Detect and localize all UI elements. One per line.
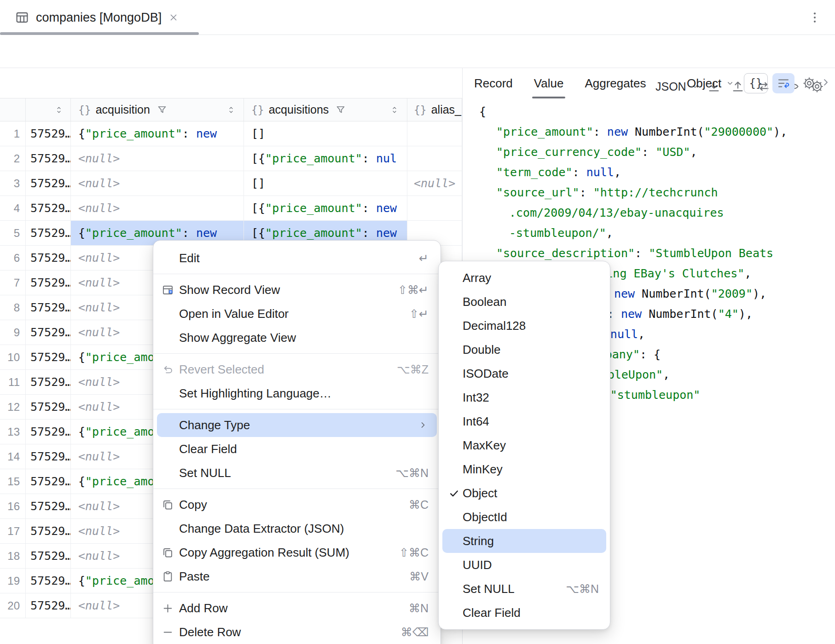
type-menu-item-array[interactable]: Array bbox=[442, 266, 606, 290]
soft-wrap-button[interactable] bbox=[772, 73, 794, 93]
cell-acquisition[interactable]: <null> bbox=[71, 146, 244, 171]
row-number[interactable]: 11 bbox=[0, 370, 26, 394]
menu-item-open-in-value-editor[interactable]: Open in Value Editor⇧↵ bbox=[157, 302, 437, 326]
menu-item-show-record-view[interactable]: Show Record View⇧⌘↵ bbox=[157, 278, 437, 302]
cell-id[interactable]: 57529… bbox=[26, 544, 71, 568]
column-filter-icon[interactable] bbox=[157, 104, 168, 115]
menu-item-change-type[interactable]: Change Type bbox=[157, 413, 437, 437]
cell-id[interactable]: 57529… bbox=[26, 444, 71, 469]
sort-arrows-icon[interactable] bbox=[54, 105, 64, 115]
cell-id[interactable]: 57529… bbox=[26, 146, 71, 171]
row-number[interactable]: 1 bbox=[0, 121, 26, 146]
cell-id[interactable]: 57529… bbox=[26, 171, 71, 196]
row-number[interactable]: 17 bbox=[0, 519, 26, 543]
row-number[interactable]: 4 bbox=[0, 196, 26, 220]
menu-item-set-highlighting-language[interactable]: Set Highlighting Language… bbox=[157, 381, 437, 405]
cell-acquisitions[interactable]: [] bbox=[244, 171, 407, 196]
sort-arrows-icon[interactable] bbox=[226, 105, 236, 115]
column-header-alias_list[interactable]: {}alias_list bbox=[407, 98, 462, 121]
row-number[interactable]: 15 bbox=[0, 469, 26, 494]
row-number[interactable]: 2 bbox=[0, 146, 26, 171]
type-menu-item-set-null[interactable]: Set NULL⌥⌘N bbox=[442, 577, 606, 601]
cell-id[interactable]: 57529… bbox=[26, 270, 71, 295]
cell-id[interactable]: 57529… bbox=[26, 395, 71, 419]
braces-format-button[interactable]: {} bbox=[744, 73, 768, 93]
menu-item-clear-field[interactable]: Clear Field bbox=[157, 437, 437, 461]
value-panel-settings-button[interactable] bbox=[799, 73, 819, 93]
cell-acquisition[interactable]: <null> bbox=[71, 171, 244, 196]
view-mode-selector[interactable]: Object bbox=[687, 68, 735, 98]
row-number[interactable]: 18 bbox=[0, 544, 26, 568]
type-menu-item-double[interactable]: Double bbox=[442, 338, 606, 362]
menu-item-copy-aggregation-result-sum[interactable]: Copy Aggregation Result (SUM)⇧⌘C bbox=[157, 540, 437, 564]
cell-id[interactable]: 57529… bbox=[26, 345, 71, 369]
row-number[interactable]: 10 bbox=[0, 345, 26, 369]
cell-id[interactable]: 57529… bbox=[26, 121, 71, 146]
type-menu-item-maxkey[interactable]: MaxKey bbox=[442, 433, 606, 457]
cell-acquisitions[interactable]: [{"price_amount": nul bbox=[244, 146, 407, 171]
panel-expand-icon[interactable] bbox=[819, 76, 832, 89]
menu-item-change-data-extractor-json[interactable]: Change Data Extractor (JSON) bbox=[157, 517, 437, 540]
type-menu-item-uuid[interactable]: UUID bbox=[442, 553, 606, 577]
type-menu-item-object[interactable]: Object bbox=[442, 481, 606, 505]
cell-id[interactable]: 57529… bbox=[26, 469, 71, 494]
type-menu-item-minkey[interactable]: MinKey bbox=[442, 457, 606, 481]
row-number[interactable]: 6 bbox=[0, 246, 26, 270]
type-menu-item-decimal128[interactable]: Decimal128 bbox=[442, 314, 606, 338]
tab-aggregates[interactable]: Aggregates bbox=[585, 68, 646, 98]
row-number[interactable]: 8 bbox=[0, 295, 26, 320]
tab-value[interactable]: Value bbox=[534, 68, 564, 98]
row-number[interactable]: 7 bbox=[0, 270, 26, 295]
type-menu-item-boolean[interactable]: Boolean bbox=[442, 290, 606, 314]
more-options-button[interactable] bbox=[805, 7, 825, 28]
cell-alias-list[interactable] bbox=[407, 196, 462, 220]
cell-id[interactable]: 57529… bbox=[26, 320, 71, 345]
cell-id[interactable]: 57529… bbox=[26, 246, 71, 270]
row-number[interactable]: 16 bbox=[0, 494, 26, 518]
cell-id[interactable]: 57529… bbox=[26, 569, 71, 593]
row-number[interactable]: 20 bbox=[0, 593, 26, 618]
menu-item-revert-selected[interactable]: Revert Selected⌥⌘Z bbox=[157, 357, 437, 381]
cell-alias-list[interactable] bbox=[407, 146, 462, 171]
column-filter-icon[interactable] bbox=[335, 104, 346, 115]
row-number[interactable]: 19 bbox=[0, 569, 26, 593]
cell-id[interactable]: 57529… bbox=[26, 494, 71, 518]
cell-acquisitions[interactable]: [{"price_amount": new bbox=[244, 196, 407, 220]
row-number[interactable]: 3 bbox=[0, 171, 26, 196]
cell-id[interactable]: 57529… bbox=[26, 196, 71, 220]
menu-item-edit[interactable]: Edit↵ bbox=[157, 246, 437, 270]
menu-item-copy[interactable]: Copy⌘C bbox=[157, 493, 437, 517]
row-number[interactable]: 14 bbox=[0, 444, 26, 469]
cell-alias-list[interactable] bbox=[407, 121, 462, 146]
sort-arrows-icon[interactable] bbox=[389, 105, 400, 115]
cell-id[interactable]: 57529… bbox=[26, 519, 71, 543]
cell-id[interactable]: 57529… bbox=[26, 221, 71, 245]
cell-id[interactable]: 57529… bbox=[26, 370, 71, 394]
column-header-acquisition[interactable]: {}acquisition bbox=[71, 98, 244, 121]
cell-alias-list[interactable]: <null> bbox=[407, 171, 462, 196]
type-menu-item-objectid[interactable]: ObjectId bbox=[442, 505, 606, 529]
cell-acquisition[interactable]: <null> bbox=[71, 196, 244, 220]
menu-item-paste[interactable]: Paste⌘V bbox=[157, 564, 437, 588]
column-header-_id[interactable] bbox=[26, 98, 71, 121]
type-menu-item-int32[interactable]: Int32 bbox=[442, 385, 606, 409]
type-menu-item-isodate[interactable]: ISODate bbox=[442, 362, 606, 385]
cell-acquisition[interactable]: {"price_amount": new bbox=[71, 121, 244, 146]
cell-id[interactable]: 57529… bbox=[26, 420, 71, 444]
row-number[interactable]: 13 bbox=[0, 420, 26, 444]
cell-id[interactable]: 57529… bbox=[26, 295, 71, 320]
cell-acquisitions[interactable]: [] bbox=[244, 121, 407, 146]
menu-item-add-row[interactable]: Add Row⌘N bbox=[157, 596, 437, 620]
type-menu-item-string[interactable]: String bbox=[442, 529, 606, 553]
type-menu-item-int64[interactable]: Int64 bbox=[442, 409, 606, 433]
tab-record[interactable]: Record bbox=[474, 68, 513, 98]
menu-item-show-aggregate-view[interactable]: Show Aggregate View bbox=[157, 326, 437, 350]
row-number[interactable]: 9 bbox=[0, 320, 26, 345]
type-menu-item-clear-field[interactable]: Clear Field bbox=[442, 601, 606, 625]
menu-item-delete-row[interactable]: Delete Row⌘⌫ bbox=[157, 620, 437, 644]
row-number[interactable]: 12 bbox=[0, 395, 26, 419]
menu-item-set-null[interactable]: Set NULL⌥⌘N bbox=[157, 461, 437, 485]
tab-close-icon[interactable] bbox=[168, 12, 179, 23]
row-number[interactable]: 5 bbox=[0, 221, 26, 245]
tab-companies-mongodb[interactable]: companies [MongoDB] bbox=[0, 0, 191, 35]
